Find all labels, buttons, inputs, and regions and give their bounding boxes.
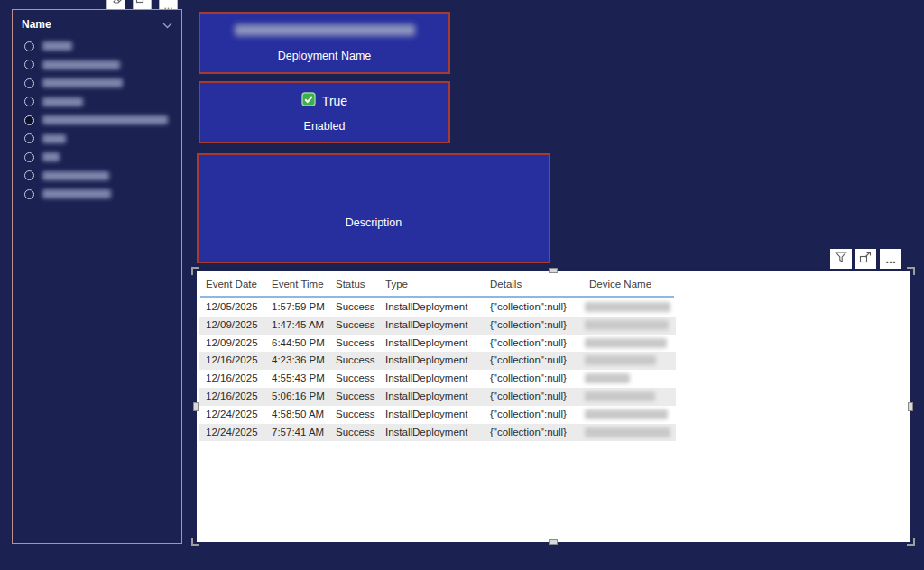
card-content: Deployment Name [200, 14, 448, 72]
deployment-name-card[interactable]: Deployment Name [199, 12, 450, 74]
redacted-item-label [42, 97, 83, 106]
type-cell: InstallDeployment [385, 409, 467, 419]
enabled-card[interactable]: True Enabled [199, 81, 450, 143]
more-options-icon: ... [885, 255, 896, 262]
redacted-item-label [42, 152, 60, 161]
device-name-redacted [585, 428, 670, 437]
card-label: Description [199, 216, 549, 229]
status-cell: Success [336, 409, 374, 419]
table-focus-mode-button[interactable] [855, 249, 876, 269]
status-cell: Success [336, 337, 374, 348]
event-time-cell: 1:57:59 PM [272, 301, 325, 312]
name-slicer: Name [12, 9, 182, 544]
chevron-down-icon[interactable] [162, 16, 172, 32]
slicer-title: Name [22, 18, 51, 31]
table-more-options-button[interactable]: ... [880, 249, 901, 269]
redacted-item-label [42, 60, 120, 69]
description-card[interactable]: Description [197, 153, 550, 263]
resize-handle-top-left[interactable] [191, 267, 199, 275]
event-time-cell: 5:06:16 PM [272, 391, 325, 401]
resize-handle-top[interactable] [549, 268, 558, 273]
details-cell: {"collection":null} [490, 427, 567, 437]
column-header[interactable]: Status [336, 279, 365, 290]
column-header[interactable]: Event Time [272, 279, 324, 290]
radio-icon [24, 97, 34, 106]
event-date-cell: 12/09/2025 [206, 319, 258, 330]
slicer-item[interactable] [24, 37, 181, 56]
event-date-cell: 12/16/2025 [206, 354, 258, 365]
resize-handle-bottom[interactable] [549, 539, 558, 545]
eraser-icon [110, 0, 123, 7]
details-cell: {"collection":null} [490, 337, 567, 348]
table-body: 12/05/2025 1:57:59 PM Success InstallDep… [197, 299, 910, 441]
details-cell: {"collection":null} [490, 409, 567, 419]
details-cell: {"collection":null} [490, 372, 567, 383]
table-header-row: Event Date Event Time Status Type Detail… [197, 271, 910, 299]
radio-icon [24, 115, 34, 125]
radio-icon [24, 78, 34, 88]
slicer-header: Name [13, 10, 181, 35]
event-time-cell: 1:47:45 AM [272, 319, 324, 330]
event-time-cell: 4:58:50 AM [272, 409, 324, 419]
event-time-cell: 7:57:41 AM [272, 427, 324, 437]
status-cell: Success [336, 372, 374, 383]
device-name-redacted [585, 409, 668, 419]
details-cell: {"collection":null} [490, 354, 567, 365]
status-cell: Success [336, 301, 374, 312]
column-header[interactable]: Event Date [206, 279, 257, 290]
radio-icon [24, 60, 34, 69]
table-row[interactable]: 12/16/2025 4:23:36 PM Success InstallDep… [197, 352, 910, 370]
table-filter-button[interactable] [830, 249, 852, 269]
focus-mode-icon [858, 250, 873, 268]
table-row[interactable]: 12/24/2025 7:57:41 AM Success InstallDep… [197, 424, 910, 442]
column-header[interactable]: Device Name [589, 279, 651, 290]
deployment-name-value-redacted [235, 24, 415, 36]
redacted-item-label [42, 115, 168, 124]
event-time-cell: 4:55:43 PM [272, 372, 325, 383]
resize-handle-right[interactable] [908, 402, 913, 411]
resize-handle-bottom-right[interactable] [907, 538, 915, 546]
checkbox-checked-icon [301, 92, 316, 110]
slicer-item[interactable] [24, 93, 181, 112]
table-row[interactable]: 12/05/2025 1:57:59 PM Success InstallDep… [197, 299, 910, 317]
redacted-item-label [42, 189, 111, 198]
slicer-item[interactable] [24, 167, 181, 186]
column-header[interactable]: Details [490, 279, 522, 290]
radio-icon [24, 41, 34, 51]
events-table[interactable]: Event Date Event Time Status Type Detail… [197, 271, 910, 542]
slicer-item[interactable] [24, 111, 181, 130]
event-date-cell: 12/09/2025 [206, 337, 258, 348]
resize-handle-top-right[interactable] [907, 267, 915, 275]
report-canvas: ... Name [0, 0, 924, 570]
slicer-item[interactable] [24, 130, 181, 149]
slicer-item[interactable] [24, 56, 181, 75]
device-name-redacted [585, 373, 630, 383]
type-cell: InstallDeployment [385, 391, 467, 401]
table-row[interactable]: 12/09/2025 6:44:50 PM Success InstallDep… [197, 335, 910, 353]
column-header[interactable]: Type [385, 279, 408, 290]
details-cell: {"collection":null} [490, 301, 567, 312]
type-cell: InstallDeployment [385, 319, 467, 330]
device-name-redacted [585, 391, 655, 401]
table-row[interactable]: 12/16/2025 4:55:43 PM Success InstallDep… [197, 370, 910, 388]
table-row[interactable]: 12/09/2025 1:47:45 AM Success InstallDep… [197, 317, 910, 335]
slicer-item[interactable] [24, 185, 181, 204]
slicer-item[interactable] [24, 148, 181, 167]
card-content: True Enabled [200, 83, 448, 142]
table-row[interactable]: 12/24/2025 4:58:50 AM Success InstallDep… [197, 406, 910, 424]
redacted-item-label [42, 134, 66, 143]
status-cell: Success [336, 319, 374, 330]
redacted-item-label [42, 171, 109, 180]
event-time-cell: 6:44:50 PM [272, 337, 325, 348]
device-name-redacted [585, 338, 667, 348]
resize-handle-left[interactable] [193, 402, 199, 411]
table-row[interactable]: 12/16/2025 5:06:16 PM Success InstallDep… [197, 388, 910, 406]
more-options-icon: ... [163, 4, 172, 7]
device-name-redacted [585, 320, 669, 330]
slicer-item[interactable] [24, 74, 181, 93]
radio-icon [24, 152, 34, 162]
redacted-item-label [42, 41, 72, 51]
card-label: Deployment Name [278, 50, 372, 62]
resize-handle-bottom-left[interactable] [191, 538, 199, 546]
type-cell: InstallDeployment [385, 354, 467, 365]
